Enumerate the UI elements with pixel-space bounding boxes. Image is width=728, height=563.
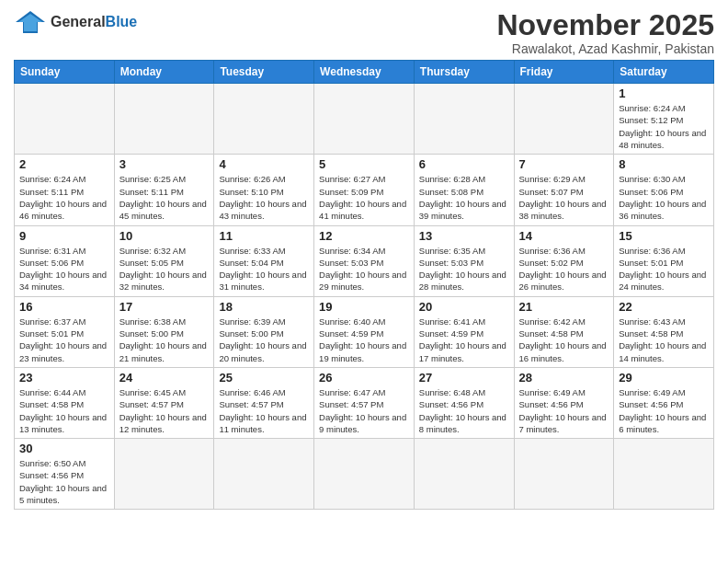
day-info: Sunrise: 6:50 AM Sunset: 4:56 PM Dayligh… — [19, 457, 109, 506]
col-header-saturday: Saturday — [614, 61, 714, 84]
day-info: Sunrise: 6:28 AM Sunset: 5:08 PM Dayligh… — [419, 173, 509, 222]
calendar-cell — [314, 439, 415, 510]
calendar-subtitle: Rawalakot, Azad Kashmir, Pakistan — [496, 41, 714, 56]
calendar-header-row: SundayMondayTuesdayWednesdayThursdayFrid… — [15, 61, 714, 84]
day-info: Sunrise: 6:32 AM Sunset: 5:05 PM Dayligh… — [119, 245, 210, 293]
calendar-cell: 27Sunrise: 6:48 AM Sunset: 4:56 PM Dayli… — [414, 367, 514, 438]
calendar-cell: 29Sunrise: 6:49 AM Sunset: 4:56 PM Dayli… — [614, 367, 714, 438]
col-header-thursday: Thursday — [414, 61, 514, 84]
day-number: 9 — [19, 229, 109, 243]
col-header-tuesday: Tuesday — [214, 61, 314, 84]
day-number: 5 — [319, 157, 409, 171]
day-info: Sunrise: 6:49 AM Sunset: 4:56 PM Dayligh… — [619, 386, 709, 435]
day-info: Sunrise: 6:27 AM Sunset: 5:09 PM Dayligh… — [319, 173, 409, 222]
calendar-week-5: 23Sunrise: 6:44 AM Sunset: 4:58 PM Dayli… — [15, 367, 714, 438]
calendar-cell — [114, 439, 214, 510]
calendar-cell: 28Sunrise: 6:49 AM Sunset: 4:56 PM Dayli… — [514, 367, 614, 438]
day-number: 1 — [619, 86, 709, 100]
title-area: November 2025 Rawalakot, Azad Kashmir, P… — [496, 9, 714, 56]
day-info: Sunrise: 6:35 AM Sunset: 5:03 PM Dayligh… — [419, 245, 509, 293]
calendar-cell: 9Sunrise: 6:31 AM Sunset: 5:06 PM Daylig… — [15, 225, 115, 296]
col-header-wednesday: Wednesday — [314, 61, 415, 84]
calendar-cell: 7Sunrise: 6:29 AM Sunset: 5:07 PM Daylig… — [514, 155, 614, 225]
calendar-cell: 3Sunrise: 6:25 AM Sunset: 5:11 PM Daylig… — [114, 155, 214, 225]
day-info: Sunrise: 6:26 AM Sunset: 5:10 PM Dayligh… — [219, 173, 309, 222]
day-number: 18 — [219, 300, 309, 314]
header: GeneralBlue November 2025 Rawalakot, Aza… — [14, 9, 714, 56]
day-number: 20 — [419, 300, 509, 314]
day-number: 25 — [219, 371, 309, 385]
day-number: 11 — [219, 229, 309, 243]
col-header-monday: Monday — [114, 61, 214, 84]
day-number: 4 — [219, 157, 309, 171]
day-number: 10 — [119, 229, 210, 243]
day-number: 30 — [19, 442, 109, 455]
svg-marker-1 — [18, 14, 42, 31]
calendar-cell — [15, 84, 115, 155]
calendar-cell: 13Sunrise: 6:35 AM Sunset: 5:03 PM Dayli… — [414, 225, 514, 296]
day-number: 24 — [119, 371, 210, 385]
calendar-cell — [214, 84, 314, 155]
calendar-cell — [514, 84, 614, 155]
day-number: 26 — [319, 371, 409, 385]
calendar-cell — [214, 439, 314, 510]
calendar-cell: 21Sunrise: 6:42 AM Sunset: 4:58 PM Dayli… — [514, 296, 614, 367]
day-info: Sunrise: 6:36 AM Sunset: 5:02 PM Dayligh… — [519, 245, 609, 293]
day-info: Sunrise: 6:30 AM Sunset: 5:06 PM Dayligh… — [619, 173, 709, 222]
day-number: 22 — [619, 300, 709, 314]
logo-icon — [14, 9, 47, 35]
day-info: Sunrise: 6:44 AM Sunset: 4:58 PM Dayligh… — [19, 386, 109, 435]
calendar-cell: 30Sunrise: 6:50 AM Sunset: 4:56 PM Dayli… — [15, 439, 115, 510]
day-number: 3 — [119, 157, 210, 171]
day-info: Sunrise: 6:24 AM Sunset: 5:11 PM Dayligh… — [19, 173, 109, 222]
calendar-cell — [514, 439, 614, 510]
day-info: Sunrise: 6:46 AM Sunset: 4:57 PM Dayligh… — [219, 386, 309, 435]
day-info: Sunrise: 6:45 AM Sunset: 4:57 PM Dayligh… — [119, 386, 210, 435]
calendar-cell: 18Sunrise: 6:39 AM Sunset: 5:00 PM Dayli… — [214, 296, 314, 367]
calendar-cell: 11Sunrise: 6:33 AM Sunset: 5:04 PM Dayli… — [214, 225, 314, 296]
day-info: Sunrise: 6:34 AM Sunset: 5:03 PM Dayligh… — [319, 245, 409, 293]
col-header-friday: Friday — [514, 61, 614, 84]
calendar-cell: 16Sunrise: 6:37 AM Sunset: 5:01 PM Dayli… — [15, 296, 115, 367]
calendar-week-3: 9Sunrise: 6:31 AM Sunset: 5:06 PM Daylig… — [15, 225, 714, 296]
day-number: 23 — [19, 371, 109, 385]
day-info: Sunrise: 6:42 AM Sunset: 4:58 PM Dayligh… — [519, 316, 609, 364]
calendar-cell — [414, 439, 514, 510]
day-number: 15 — [619, 229, 709, 243]
calendar-cell: 17Sunrise: 6:38 AM Sunset: 5:00 PM Dayli… — [114, 296, 214, 367]
day-number: 7 — [519, 157, 609, 171]
day-info: Sunrise: 6:29 AM Sunset: 5:07 PM Dayligh… — [519, 173, 609, 222]
day-info: Sunrise: 6:40 AM Sunset: 4:59 PM Dayligh… — [319, 316, 409, 364]
calendar-title: November 2025 — [496, 9, 714, 41]
calendar-cell: 25Sunrise: 6:46 AM Sunset: 4:57 PM Dayli… — [214, 367, 314, 438]
day-number: 16 — [19, 300, 109, 314]
calendar-cell: 14Sunrise: 6:36 AM Sunset: 5:02 PM Dayli… — [514, 225, 614, 296]
calendar-cell: 15Sunrise: 6:36 AM Sunset: 5:01 PM Dayli… — [614, 225, 714, 296]
calendar-cell: 10Sunrise: 6:32 AM Sunset: 5:05 PM Dayli… — [114, 225, 214, 296]
page: GeneralBlue November 2025 Rawalakot, Aza… — [0, 0, 728, 519]
day-number: 8 — [619, 157, 709, 171]
day-info: Sunrise: 6:24 AM Sunset: 5:12 PM Dayligh… — [619, 102, 709, 151]
calendar-cell: 2Sunrise: 6:24 AM Sunset: 5:11 PM Daylig… — [15, 155, 115, 225]
calendar-cell: 19Sunrise: 6:40 AM Sunset: 4:59 PM Dayli… — [314, 296, 415, 367]
day-number: 21 — [519, 300, 609, 314]
calendar-cell: 8Sunrise: 6:30 AM Sunset: 5:06 PM Daylig… — [614, 155, 714, 225]
day-number: 19 — [319, 300, 409, 314]
day-info: Sunrise: 6:37 AM Sunset: 5:01 PM Dayligh… — [19, 316, 109, 364]
day-info: Sunrise: 6:41 AM Sunset: 4:59 PM Dayligh… — [419, 316, 509, 364]
calendar-cell: 22Sunrise: 6:43 AM Sunset: 4:58 PM Dayli… — [614, 296, 714, 367]
logo-text: GeneralBlue — [51, 14, 137, 30]
calendar-week-4: 16Sunrise: 6:37 AM Sunset: 5:01 PM Dayli… — [15, 296, 714, 367]
calendar-cell: 24Sunrise: 6:45 AM Sunset: 4:57 PM Dayli… — [114, 367, 214, 438]
day-number: 29 — [619, 371, 709, 385]
day-number: 6 — [419, 157, 509, 171]
day-info: Sunrise: 6:38 AM Sunset: 5:00 PM Dayligh… — [119, 316, 210, 364]
calendar-week-2: 2Sunrise: 6:24 AM Sunset: 5:11 PM Daylig… — [15, 155, 714, 225]
calendar-cell: 12Sunrise: 6:34 AM Sunset: 5:03 PM Dayli… — [314, 225, 415, 296]
day-info: Sunrise: 6:47 AM Sunset: 4:57 PM Dayligh… — [319, 386, 409, 435]
day-info: Sunrise: 6:36 AM Sunset: 5:01 PM Dayligh… — [619, 245, 709, 293]
calendar-week-6: 30Sunrise: 6:50 AM Sunset: 4:56 PM Dayli… — [15, 439, 714, 510]
calendar-week-1: 1Sunrise: 6:24 AM Sunset: 5:12 PM Daylig… — [15, 84, 714, 155]
day-info: Sunrise: 6:49 AM Sunset: 4:56 PM Dayligh… — [519, 386, 609, 435]
calendar-cell: 23Sunrise: 6:44 AM Sunset: 4:58 PM Dayli… — [15, 367, 115, 438]
